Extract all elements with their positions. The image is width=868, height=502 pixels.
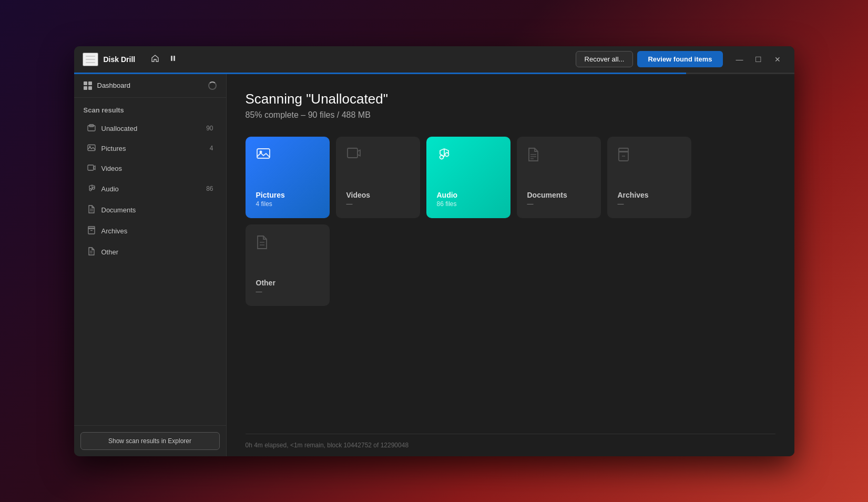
documents-label: Documents xyxy=(101,206,136,214)
scan-subtitle: 85% complete – 90 files / 488 MB xyxy=(246,110,775,120)
svg-rect-17 xyxy=(257,149,270,158)
other-label: Other xyxy=(101,248,119,256)
card-other[interactable]: Other — xyxy=(246,224,330,306)
sidebar-items-list: Unallocated 90 Pictures 4 xyxy=(74,118,226,425)
archives-card-name: Archives xyxy=(618,191,681,199)
app-window: Disk Drill Recover all... Review found i… xyxy=(74,46,794,456)
other-icon xyxy=(87,247,96,257)
review-found-items-button[interactable]: Review found items xyxy=(637,51,722,67)
scan-results-section-label: Scan results xyxy=(74,98,226,118)
unallocated-icon xyxy=(87,124,96,133)
videos-label: Videos xyxy=(101,165,122,172)
dashboard-label: Dashboard xyxy=(97,81,131,89)
svg-rect-1 xyxy=(173,56,175,61)
other-card-icon xyxy=(256,235,319,253)
documents-card-icon xyxy=(527,147,590,165)
unallocated-label: Unallocated xyxy=(101,125,138,132)
videos-card-name: Videos xyxy=(346,191,410,199)
titlebar-left: Disk Drill xyxy=(83,53,136,66)
sidebar-item-unallocated[interactable]: Unallocated 90 xyxy=(77,119,223,138)
card-documents[interactable]: Documents — xyxy=(517,137,601,218)
card-archives[interactable]: Archives — xyxy=(607,137,691,218)
svg-rect-6 xyxy=(88,165,94,170)
videos-card-icon xyxy=(346,147,410,162)
archives-card-icon xyxy=(618,147,681,165)
other-card-name: Other xyxy=(256,279,319,287)
pictures-label: Pictures xyxy=(101,145,126,152)
progress-fill xyxy=(74,73,687,74)
card-videos[interactable]: Videos — xyxy=(336,137,420,218)
audio-card-name: Audio xyxy=(437,191,500,199)
pictures-card-icon xyxy=(256,147,319,163)
pictures-card-count: 4 files xyxy=(256,200,319,208)
sidebar-item-other[interactable]: Other xyxy=(77,242,223,262)
audio-card-count: 86 files xyxy=(437,200,500,208)
archives-card-count: — xyxy=(618,200,681,208)
app-title: Disk Drill xyxy=(104,55,136,64)
svg-point-21 xyxy=(445,152,448,156)
scan-footer-status: 0h 4m elapsed, <1m remain, block 1044275… xyxy=(246,434,775,456)
titlebar-actions: Recover all... Review found items xyxy=(576,51,723,67)
svg-rect-12 xyxy=(88,227,95,229)
progress-bar xyxy=(74,73,794,74)
show-scan-results-button[interactable]: Show scan results in Explorer xyxy=(80,432,220,450)
other-card-count: — xyxy=(256,288,319,295)
dashboard-item[interactable]: Dashboard xyxy=(74,74,226,98)
close-button[interactable]: ✕ xyxy=(769,51,786,68)
loading-spinner xyxy=(208,81,217,90)
svg-rect-0 xyxy=(171,56,172,61)
home-button[interactable] xyxy=(148,51,162,68)
sidebar-item-documents[interactable]: Documents xyxy=(77,200,223,220)
card-audio[interactable]: Audio 86 files xyxy=(426,137,510,218)
documents-icon xyxy=(87,205,96,215)
minimize-button[interactable]: — xyxy=(731,51,748,68)
documents-card-name: Documents xyxy=(527,191,590,199)
maximize-button[interactable]: ☐ xyxy=(750,51,767,68)
titlebar: Disk Drill Recover all... Review found i… xyxy=(74,46,794,73)
archives-label: Archives xyxy=(101,227,128,235)
sidebar-item-archives[interactable]: Archives xyxy=(77,221,223,241)
recover-all-button[interactable]: Recover all... xyxy=(576,51,634,67)
svg-point-20 xyxy=(440,155,443,159)
videos-card-count: — xyxy=(346,200,410,208)
audio-count: 86 xyxy=(206,185,213,192)
pictures-count: 4 xyxy=(210,145,213,152)
unallocated-count: 90 xyxy=(206,125,213,132)
menu-icon[interactable] xyxy=(83,53,98,66)
main-layout: Dashboard Scan results Unallocated 90 xyxy=(74,74,794,456)
card-pictures[interactable]: Pictures 4 files xyxy=(246,137,330,218)
elapsed-status: 0h 4m elapsed, <1m remain, block 1044275… xyxy=(246,442,409,449)
content-area: Scanning "Unallocated" 85% complete – 90… xyxy=(227,74,794,456)
sidebar: Dashboard Scan results Unallocated 90 xyxy=(74,74,227,456)
pictures-icon xyxy=(87,144,96,153)
documents-card-count: — xyxy=(527,200,590,208)
audio-label: Audio xyxy=(101,185,119,193)
svg-rect-19 xyxy=(348,148,358,158)
audio-card-icon xyxy=(437,147,500,165)
sidebar-item-videos[interactable]: Videos xyxy=(77,159,223,178)
window-controls: — ☐ ✕ xyxy=(731,51,786,68)
svg-point-8 xyxy=(93,187,95,189)
svg-point-7 xyxy=(89,189,91,191)
sidebar-item-pictures[interactable]: Pictures 4 xyxy=(77,139,223,158)
archives-icon xyxy=(87,226,96,236)
pause-button[interactable] xyxy=(166,51,180,68)
scan-title: Scanning "Unallocated" xyxy=(246,91,775,107)
audio-icon xyxy=(87,184,96,194)
sidebar-bottom: Show scan results in Explorer xyxy=(74,425,226,456)
grid-icon xyxy=(84,81,92,90)
pictures-card-name: Pictures xyxy=(256,191,319,199)
videos-icon xyxy=(87,164,96,173)
sidebar-item-audio[interactable]: Audio 86 xyxy=(77,179,223,199)
category-cards-grid: Pictures 4 files Videos — xyxy=(246,137,775,306)
